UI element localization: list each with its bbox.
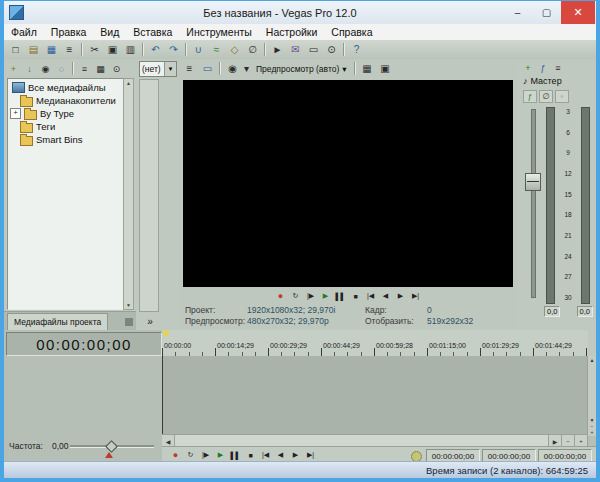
preview-quality-dropdown[interactable]: Предпросмотр (авто) ▾ bbox=[252, 62, 351, 75]
meter-values: 0,0 0,0 bbox=[544, 306, 593, 317]
project-properties-icon[interactable]: ≡ bbox=[61, 42, 78, 58]
toolbar-separator bbox=[219, 62, 221, 75]
mixer-properties-icon[interactable]: ≡ bbox=[551, 61, 565, 74]
scroll-up-icon[interactable]: ▲ bbox=[590, 357, 595, 363]
tree-item-by-type[interactable]: + By Type bbox=[8, 107, 123, 120]
rate-label: Частота: bbox=[9, 441, 43, 451]
get-media-web-icon[interactable]: ◌ bbox=[54, 62, 69, 76]
loop-playback-button[interactable]: ↻ bbox=[289, 290, 302, 302]
media-tree-scrollbar[interactable]: ▲ ▼ bbox=[123, 78, 134, 310]
go-to-start-button[interactable]: |◀ bbox=[259, 449, 272, 461]
tree-item-smart-bins[interactable]: Smart Bins bbox=[8, 133, 123, 146]
save-project-icon[interactable]: ▦ bbox=[43, 42, 60, 58]
menu-help[interactable]: Справка bbox=[324, 26, 379, 38]
record-button[interactable]: ● bbox=[169, 449, 182, 461]
record-button[interactable]: ● bbox=[274, 290, 287, 302]
overlays-icon[interactable]: ▦ bbox=[359, 61, 376, 77]
track-canvas[interactable] bbox=[162, 356, 588, 434]
stop-button[interactable]: ■ bbox=[244, 449, 257, 461]
preview-info: Проект: 1920x1080x32; 29,970i Кадр: 0 Пр… bbox=[185, 305, 516, 326]
maximize-button[interactable]: ▢ bbox=[532, 1, 561, 24]
play-from-start-button[interactable]: |▶ bbox=[304, 290, 317, 302]
timeline-timecode-display[interactable]: 00:00:00;00 bbox=[6, 332, 162, 356]
ignore-event-grouping-icon[interactable]: ∅ bbox=[244, 42, 261, 58]
bus-fx-icon[interactable]: ƒ bbox=[523, 90, 537, 103]
insert-fx-icon[interactable]: ƒ bbox=[536, 61, 550, 74]
playhead-marker[interactable] bbox=[162, 331, 170, 338]
play-button[interactable]: ▶ bbox=[319, 290, 332, 302]
go-to-end-button[interactable]: ▶| bbox=[304, 449, 317, 461]
chevron-down-icon[interactable]: ▾ bbox=[164, 62, 176, 76]
tab-project-media[interactable]: Медиафайлы проекта bbox=[7, 313, 108, 330]
external-monitor-icon[interactable]: ▭ bbox=[199, 61, 216, 77]
video-output-icon[interactable]: ◉ bbox=[224, 61, 241, 77]
copy-icon[interactable]: ▣ bbox=[104, 42, 121, 58]
new-bin-icon[interactable]: + bbox=[6, 62, 21, 76]
tree-item-all-media[interactable]: Все медиафайлы bbox=[8, 81, 123, 94]
media-properties-icon[interactable]: ≡ bbox=[77, 62, 92, 76]
dock-strip-dropdown[interactable]: (нет) ▾ bbox=[139, 61, 177, 77]
lock-envelopes-icon[interactable]: ◇ bbox=[226, 42, 243, 58]
go-to-end-button[interactable]: ▶| bbox=[409, 290, 422, 302]
loop-playback-button[interactable]: ↻ bbox=[184, 449, 197, 461]
rate-slider[interactable] bbox=[70, 436, 154, 456]
mute-icon[interactable]: ∅ bbox=[539, 90, 553, 103]
search-media-icon[interactable]: ⊙ bbox=[109, 62, 124, 76]
zoom-edit-tool-icon[interactable]: ⊙ bbox=[323, 42, 340, 58]
close-button[interactable]: ✕ bbox=[561, 1, 595, 24]
fader-handle[interactable] bbox=[525, 173, 541, 191]
media-views-icon[interactable]: ▦ bbox=[93, 62, 108, 76]
pause-button[interactable]: ▌▌ bbox=[229, 449, 242, 461]
selection-edit-tool-icon[interactable]: ▭ bbox=[305, 42, 322, 58]
envelope-edit-tool-icon[interactable]: ✉ bbox=[287, 42, 304, 58]
snapshot-icon[interactable]: ▣ bbox=[377, 61, 394, 77]
next-frame-button[interactable]: ▶ bbox=[394, 290, 407, 302]
chevron-down-icon[interactable]: ▾ bbox=[242, 61, 251, 77]
master-fader[interactable] bbox=[524, 109, 540, 298]
insert-bus-icon[interactable]: + bbox=[521, 61, 535, 74]
timeline-ruler[interactable]: 00:00:00 00:00:14;29 00:00:29;29 00:00:4… bbox=[162, 330, 588, 357]
previous-frame-button[interactable]: ◀ bbox=[274, 449, 287, 461]
solo-icon[interactable]: ◦ bbox=[555, 90, 569, 103]
stop-button[interactable]: ■ bbox=[349, 290, 362, 302]
zoom-in-icon[interactable]: + bbox=[591, 429, 594, 435]
redo-icon[interactable]: ↷ bbox=[165, 42, 182, 58]
menu-insert[interactable]: Вставка bbox=[126, 26, 179, 38]
play-from-start-button[interactable]: |▶ bbox=[199, 449, 212, 461]
go-to-start-button[interactable]: |◀ bbox=[364, 290, 377, 302]
open-project-icon[interactable]: ▤ bbox=[25, 42, 42, 58]
scroll-up-icon[interactable]: ▲ bbox=[126, 80, 131, 86]
tree-item-media-bins[interactable]: Медианакопители bbox=[8, 94, 123, 107]
recording-time-status: Время записи (2 каналов): 664:59:25 bbox=[426, 465, 588, 476]
expand-icon[interactable]: + bbox=[10, 108, 21, 119]
paste-icon[interactable]: ▥ bbox=[122, 42, 139, 58]
auto-ripple-icon[interactable]: ≈ bbox=[208, 42, 225, 58]
new-project-icon[interactable]: □ bbox=[7, 42, 24, 58]
previous-frame-button[interactable]: ◀ bbox=[379, 290, 392, 302]
project-video-properties-icon[interactable]: ≡ bbox=[181, 61, 198, 77]
timeline-vertical-scrollbar[interactable]: ▲ ▼ − + bbox=[587, 356, 596, 436]
cut-icon[interactable]: ✂ bbox=[86, 42, 103, 58]
title-bar[interactable]: Без названия - Vegas Pro 12.0 – ▢ ✕ bbox=[4, 1, 596, 24]
undo-icon[interactable]: ↶ bbox=[147, 42, 164, 58]
next-frame-button[interactable]: ▶ bbox=[289, 449, 302, 461]
rate-slider-handle[interactable] bbox=[105, 440, 118, 453]
scroll-down-icon[interactable]: ▼ bbox=[126, 302, 131, 308]
whats-this-help-icon[interactable]: ? bbox=[348, 42, 365, 58]
normal-edit-tool-icon[interactable]: ► bbox=[269, 42, 286, 58]
import-media-icon[interactable]: ↓ bbox=[22, 62, 37, 76]
all-media-icon bbox=[12, 82, 25, 93]
menu-options[interactable]: Настройки bbox=[259, 26, 325, 38]
dock-overflow-button[interactable]: » bbox=[139, 315, 161, 328]
tree-item-tags[interactable]: Теги bbox=[8, 120, 123, 133]
preview-transport: ● ↻ |▶ ▶ ▌▌ ■ |◀ ◀ ▶ ▶| bbox=[178, 289, 518, 303]
capture-video-icon[interactable]: ◉ bbox=[38, 62, 53, 76]
minimize-button[interactable]: – bbox=[503, 1, 532, 24]
menu-file[interactable]: Файл bbox=[4, 26, 44, 38]
menu-edit[interactable]: Правка bbox=[44, 26, 93, 38]
menu-tools[interactable]: Инструменты bbox=[179, 26, 258, 38]
snapping-icon[interactable]: ∪ bbox=[190, 42, 207, 58]
play-button[interactable]: ▶ bbox=[214, 449, 227, 461]
pause-button[interactable]: ▌▌ bbox=[334, 290, 347, 302]
menu-view[interactable]: Вид bbox=[93, 26, 126, 38]
